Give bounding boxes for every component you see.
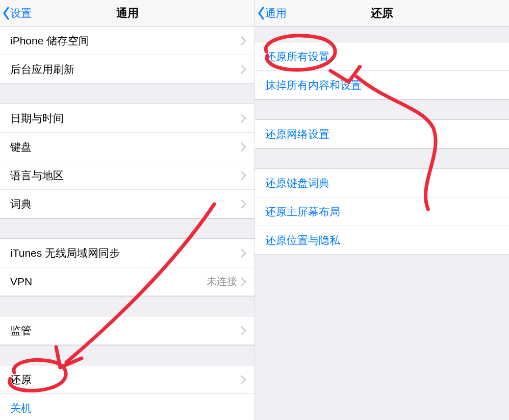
group-reset-all: 还原所有设置 抹掉所有内容和设置 [255, 42, 509, 100]
row-label: 还原主屏幕布局 [265, 205, 501, 219]
chevron-right-icon [240, 170, 246, 181]
row-label: 还原位置与隐私 [265, 233, 501, 248]
row-label: iPhone 储存空间 [10, 34, 240, 48]
page-title: 还原 [255, 6, 509, 21]
reset-content: 还原所有设置 抹掉所有内容和设置 还原网络设置 还原键盘词典 还原主屏幕布局 还… [255, 27, 509, 420]
row-value: 未连接 [207, 275, 237, 288]
group-gap [255, 27, 509, 42]
screen-general: 设置 通用 iPhone 储存空间 后台应用刷新 日期与时间 键盘 [0, 0, 254, 420]
row-reset-all-settings[interactable]: 还原所有设置 [255, 42, 509, 71]
row-vpn[interactable]: VPN 未连接 [0, 267, 254, 296]
nav-bar: 通用 还原 [255, 0, 509, 27]
group-gap [0, 84, 254, 104]
chevron-right-icon [240, 248, 246, 258]
group-gap [0, 345, 254, 365]
row-keyboard[interactable]: 键盘 [0, 133, 254, 161]
group-network: iTunes 无线局域网同步 VPN 未连接 [0, 238, 254, 297]
group-reset-other: 还原键盘词典 还原主屏幕布局 还原位置与隐私 [255, 168, 509, 255]
group-datetime: 日期与时间 键盘 语言与地区 词典 [0, 104, 254, 219]
settings-content: iPhone 储存空间 后台应用刷新 日期与时间 键盘 语言与地区 [0, 27, 254, 420]
group-storage: iPhone 储存空间 后台应用刷新 [0, 27, 254, 84]
row-label: 语言与地区 [10, 168, 240, 183]
chevron-left-icon [257, 6, 265, 20]
group-gap [255, 100, 509, 119]
row-label: 还原键盘词典 [265, 176, 501, 190]
row-label: 关机 [10, 401, 246, 415]
row-reset-network[interactable]: 还原网络设置 [255, 120, 509, 149]
chevron-right-icon [240, 277, 246, 287]
group-supervision: 监管 [0, 316, 254, 345]
screen-reset: 通用 还原 还原所有设置 抹掉所有内容和设置 还原网络设置 还原键盘词典 [254, 0, 509, 420]
chevron-right-icon [240, 64, 246, 75]
row-supervision[interactable]: 监管 [0, 316, 254, 345]
row-label: 日期与时间 [10, 111, 240, 126]
row-reset-location-privacy[interactable]: 还原位置与隐私 [255, 226, 509, 255]
chevron-right-icon [240, 142, 246, 152]
row-label: 监管 [10, 324, 240, 338]
row-erase-all[interactable]: 抹掉所有内容和设置 [255, 71, 509, 100]
row-label: 还原网络设置 [265, 127, 501, 141]
row-background-refresh[interactable]: 后台应用刷新 [0, 55, 254, 84]
back-button[interactable]: 通用 [255, 0, 290, 26]
nav-bar: 设置 通用 [0, 0, 254, 27]
group-gap [255, 149, 509, 168]
chevron-right-icon [240, 113, 246, 123]
row-reset-keyboard-dict[interactable]: 还原键盘词典 [255, 169, 509, 197]
row-dictionary[interactable]: 词典 [0, 190, 254, 218]
row-label: VPN [10, 276, 207, 288]
row-date-time[interactable]: 日期与时间 [0, 104, 254, 133]
chevron-right-icon [240, 326, 246, 336]
back-label: 通用 [265, 6, 287, 20]
row-language-region[interactable]: 语言与地区 [0, 161, 254, 190]
chevron-right-icon [240, 375, 246, 385]
group-gap [0, 219, 254, 238]
row-label: 还原所有设置 [265, 50, 501, 64]
row-label: 后台应用刷新 [10, 62, 240, 77]
back-button[interactable]: 设置 [0, 0, 35, 26]
row-reset[interactable]: 还原 [0, 365, 254, 394]
back-label: 设置 [10, 6, 32, 20]
row-itunes-wifi-sync[interactable]: iTunes 无线局域网同步 [0, 239, 254, 267]
row-label: 抹掉所有内容和设置 [265, 78, 501, 92]
row-label: 还原 [10, 373, 240, 387]
row-iphone-storage[interactable]: iPhone 储存空间 [0, 27, 254, 55]
chevron-left-icon [2, 6, 10, 20]
row-shutdown[interactable]: 关机 [0, 394, 254, 420]
chevron-right-icon [240, 36, 246, 46]
row-label: 键盘 [10, 140, 240, 154]
row-label: iTunes 无线局域网同步 [10, 246, 240, 260]
group-gap [0, 297, 254, 316]
row-label: 词典 [10, 197, 240, 211]
page-title: 通用 [0, 6, 254, 21]
group-reset: 还原 关机 [0, 365, 254, 420]
row-reset-homescreen[interactable]: 还原主屏幕布局 [255, 197, 509, 226]
chevron-right-icon [240, 199, 246, 209]
group-reset-network: 还原网络设置 [255, 119, 509, 149]
